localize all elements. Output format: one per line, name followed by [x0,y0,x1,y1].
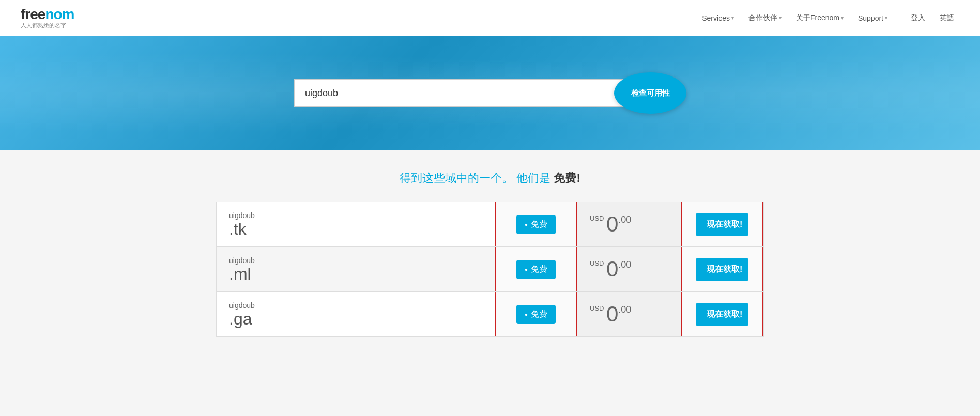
price-currency: USD [590,214,604,222]
logo-subtitle: 人人都熟悉的名字 [21,23,74,28]
logo-free: free [21,6,45,22]
chevron-down-icon: ▾ [841,15,844,21]
login-link[interactable]: 登入 [906,9,930,27]
table-row: uigdoub .ga 免费 USD 0 .00 现在获取! [217,292,763,336]
price-cell: USD 0 .00 [577,292,681,336]
logo-nom: nom [45,6,74,22]
hero-banner: 检查可用性 [0,36,980,150]
price-decimal: .00 [618,214,631,225]
domain-extension: .ml [229,266,482,282]
domain-prefix: uigdoub [229,301,482,310]
free-badge-cell: 免费 [495,247,577,291]
free-badge-cell: 免费 [495,292,577,336]
domain-name-cell: uigdoub .ml [217,247,495,291]
header: freenom 人人都熟悉的名字 Services ▾ 合作伙伴 ▾ 关于Fre… [0,0,980,36]
price-decimal: .00 [618,259,631,270]
search-container: 检查可用性 [294,72,686,114]
domain-name-cell: uigdoub .tk [217,202,495,246]
price-cell: USD 0 .00 [577,202,681,246]
nav-partners[interactable]: 合作伙伴 ▾ [743,9,787,27]
price-currency: USD [590,259,604,267]
table-row: uigdoub .ml 免费 USD 0 .00 现在获取! [217,247,763,292]
domain-name-cell: uigdoub .ga [217,292,495,336]
promo-title: 得到这些域中的一个。 他们是 免费! [216,171,764,186]
get-domain-button[interactable]: 现在获取! [696,213,748,236]
logo[interactable]: freenom 人人都熟悉的名字 [21,7,74,28]
nav-services[interactable]: Services ▾ [697,10,739,26]
price-integer: 0 [606,303,618,325]
price-currency: USD [590,304,604,312]
action-cell: 现在获取! [681,202,763,246]
action-cell: 现在获取! [681,292,763,336]
free-badge-cell: 免费 [495,202,577,246]
domain-extension: .ga [229,311,482,327]
search-input[interactable] [294,79,624,107]
price-integer: 0 [606,258,618,280]
nav-support[interactable]: Support ▾ [853,10,893,26]
chevron-down-icon: ▾ [731,15,734,21]
free-badge: 免费 [516,305,556,324]
nav-divider [899,13,899,23]
chevron-down-icon: ▾ [885,15,887,21]
domain-extension: .tk [229,221,482,237]
domain-prefix: uigdoub [229,256,482,265]
domain-results-table: uigdoub .tk 免费 USD 0 .00 现在获取! uigdoub .… [216,202,764,337]
price-cell: USD 0 .00 [577,247,681,291]
get-domain-button[interactable]: 现在获取! [696,303,748,326]
search-button[interactable]: 检查可用性 [614,72,686,114]
table-row: uigdoub .tk 免费 USD 0 .00 现在获取! [217,202,763,247]
price-decimal: .00 [618,304,631,315]
main-nav: Services ▾ 合作伙伴 ▾ 关于Freenom ▾ Support ▾ … [697,9,959,27]
action-cell: 现在获取! [681,247,763,291]
free-badge: 免费 [516,260,556,279]
free-badge: 免费 [516,215,556,234]
get-domain-button[interactable]: 现在获取! [696,258,748,281]
domain-prefix: uigdoub [229,211,482,220]
nav-about[interactable]: 关于Freenom ▾ [791,9,849,27]
main-content: 得到这些域中的一个。 他们是 免费! uigdoub .tk 免费 USD 0 … [206,171,774,337]
price-integer: 0 [606,213,618,235]
language-selector[interactable]: 英語 [935,9,959,27]
chevron-down-icon: ▾ [779,15,782,21]
